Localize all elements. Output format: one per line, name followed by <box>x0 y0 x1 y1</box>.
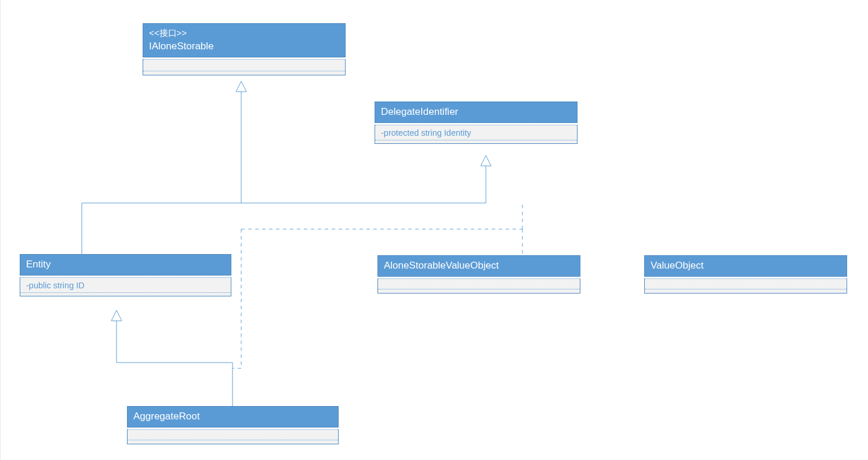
class-name: Entity <box>26 259 51 270</box>
class-body <box>143 59 346 75</box>
class-name: DelegateIdentifier <box>381 106 458 117</box>
class-name: IAloneStorable <box>149 41 214 52</box>
class-ialonestorable[interactable]: <<接口>> IAloneStorable <box>143 23 346 75</box>
class-name: ValueObject <box>651 260 703 271</box>
class-header: AggregateRoot <box>127 406 339 428</box>
class-name: AloneStorableValueObject <box>384 260 499 271</box>
class-header: ValueObject <box>644 255 847 277</box>
class-body <box>377 278 580 294</box>
class-member: -protected string Identity <box>375 126 577 140</box>
class-aggregateroot[interactable]: AggregateRoot <box>127 406 339 444</box>
class-header: DelegateIdentifier <box>375 102 578 123</box>
class-valueobject[interactable]: ValueObject <box>644 255 847 294</box>
class-name: AggregateRoot <box>133 411 199 422</box>
class-body <box>127 429 339 444</box>
class-entity[interactable]: Entity -public string ID <box>20 254 231 296</box>
class-delegateidentifier[interactable]: DelegateIdentifier -protected string Ide… <box>375 102 578 144</box>
class-alonestorablevalueobject[interactable]: AloneStorableValueObject <box>377 255 580 294</box>
stereotype-label: <<接口>> <box>149 27 339 39</box>
class-body: -protected string Identity <box>375 125 578 144</box>
arrowhead-delegate <box>481 155 491 166</box>
arrowhead-entity <box>111 310 122 321</box>
connector-layer <box>1 0 868 460</box>
uml-canvas: <<接口>> IAloneStorable DelegateIdentifier… <box>0 0 868 460</box>
class-header: <<接口>> IAloneStorable <box>143 23 346 57</box>
arrowhead-ialone <box>236 81 246 92</box>
class-body: -public string ID <box>20 277 231 296</box>
class-header: Entity <box>20 254 231 276</box>
class-body <box>644 278 847 294</box>
class-member: -public string ID <box>20 278 231 292</box>
class-header: AloneStorableValueObject <box>377 255 580 277</box>
